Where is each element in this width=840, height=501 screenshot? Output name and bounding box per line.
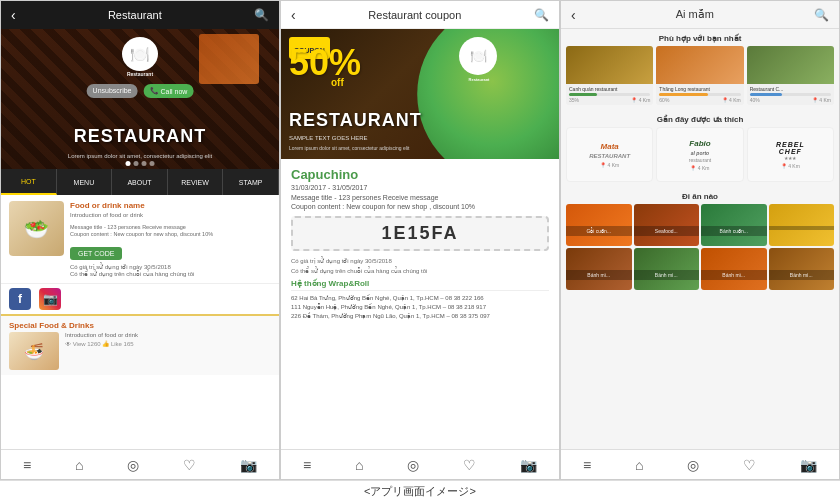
unsubscribe-button[interactable]: Unsubscribe — [87, 84, 138, 98]
screen1-tabs: HOT MENU ABOUT REVIEW STAMP — [1, 169, 279, 195]
home-nav-icon[interactable]: ⌂ — [75, 457, 83, 473]
food-item-3-label: Bánh cuốn... — [701, 226, 767, 236]
rebel-logo: REBELCHEF — [776, 141, 805, 155]
special-item-stats: 👁 View 1260 👍 Like 165 — [65, 340, 271, 347]
fabio-restaurant[interactable]: Fabioal porto restaurant 📍 4 Km — [656, 127, 743, 182]
mata-logo: MataRESTAURANT — [589, 142, 630, 160]
nearby-title: Gần đây được ưa thích — [561, 110, 839, 127]
coupon-dates: 31/03/2017 - 31/05/2017 — [291, 184, 549, 191]
call-now-button[interactable]: 📞 Call now — [144, 84, 194, 98]
hamburger-nav-icon-s3[interactable]: ≡ — [583, 457, 591, 473]
screen-3: ‹ Ai mắm 🔍 Phù hợp với bạn nhất Canh quá… — [560, 0, 840, 480]
coupon-msg-title: Message title - 123 persones Receive mes… — [291, 194, 549, 201]
camera-nav-icon[interactable]: 📷 — [240, 457, 257, 473]
screen3-navbar: ≡ ⌂ ◎ ♡ 📷 — [561, 449, 839, 479]
heart-nav-icon-s3[interactable]: ♡ — [743, 457, 756, 473]
food-item-8[interactable]: Bánh mì... — [769, 248, 835, 290]
location-nav-icon-s2[interactable]: ◎ — [407, 457, 419, 473]
special-item-desc: Introduction of food or drink — [65, 332, 271, 338]
screen1-restaurant-name: RESTAURANT — [74, 126, 207, 147]
coupon-code-box: 1E15FA — [291, 216, 549, 251]
food-item-7[interactable]: Bánh mì... — [701, 248, 767, 290]
location-nav-icon-s3[interactable]: ◎ — [687, 457, 699, 473]
tab-menu[interactable]: MENU — [57, 169, 113, 195]
restaurant-card-2-name: Thăng Long restaurant — [659, 86, 740, 92]
food-card-message: Message title - 123 persones Receive mes… — [70, 224, 271, 238]
location-nav-icon[interactable]: ◎ — [127, 457, 139, 473]
screen2-header: ‹ Restaurant coupon 🔍 — [281, 1, 559, 29]
tab-hot[interactable]: HOT — [1, 169, 57, 195]
food-card: 🥗 Food or drink name Introduction of foo… — [1, 195, 279, 284]
special-section: Special Food & Drinks 🍜 Introduction of … — [1, 314, 279, 375]
food-item-4[interactable] — [769, 204, 835, 246]
best-match-grid: Canh quán restaurant 35%📍 4 Km Thăng Lon… — [561, 46, 839, 110]
off-label: off — [331, 77, 344, 88]
social-links: f 📷 — [1, 284, 279, 314]
food-item-1[interactable]: Gỏi cuốn... — [566, 204, 632, 246]
restaurant-card-2-image — [656, 46, 743, 84]
coupon-validity: Có giá trị sử dụng tới ngày 30/5/2018Có … — [70, 263, 271, 277]
heart-nav-icon-s2[interactable]: ♡ — [463, 457, 476, 473]
special-item-info: Introduction of food or drink 👁 View 126… — [65, 332, 271, 347]
camera-nav-icon-s2[interactable]: 📷 — [520, 457, 537, 473]
screen1-action-buttons: Unsubscribe 📞 Call now — [87, 84, 194, 98]
hamburger-nav-icon-s2[interactable]: ≡ — [303, 457, 311, 473]
restaurant-card-3-name: Restaurant C... — [750, 86, 831, 92]
screen1-hero: 🍽️ Restaurant Unsubscribe 📞 Call now RES… — [1, 29, 279, 169]
best-match-title: Phù hợp với bạn nhất — [561, 29, 839, 46]
screen3-body: Phù hợp với bạn nhất Canh quán restauran… — [561, 29, 839, 451]
screen1-hero-subtitle: Lorem ipsum dolor sit amet, consectetur … — [1, 153, 279, 159]
search-icon-s3[interactable]: 🔍 — [814, 8, 829, 22]
restaurant-card-2[interactable]: Thăng Long restaurant 60%📍 4 Km — [656, 46, 743, 105]
coupon-usability: Có thể sử dụng trên chuỗi của hàng của c… — [291, 267, 549, 274]
food-item-6[interactable]: Bánh mì... — [634, 248, 700, 290]
food-item-7-label: Bánh mì... — [701, 270, 767, 280]
special-section-title: Special Food & Drinks — [9, 321, 271, 330]
tab-stamp[interactable]: STAMP — [223, 169, 279, 195]
search-icon-s2[interactable]: 🔍 — [534, 8, 549, 22]
search-icon[interactable]: 🔍 — [254, 8, 269, 22]
food-item-4-label — [769, 226, 835, 230]
camera-nav-icon-s3[interactable]: 📷 — [800, 457, 817, 473]
food-item-3[interactable]: Bánh cuốn... — [701, 204, 767, 246]
instagram-button[interactable]: 📷 — [39, 288, 61, 310]
fabio-logo: Fabioal porto — [689, 139, 710, 157]
hero-pagination-dots — [126, 161, 155, 166]
restaurant-card-3-image — [747, 46, 834, 84]
restaurant-card-1[interactable]: Canh quán restaurant 35%📍 4 Km — [566, 46, 653, 105]
restaurant-card-3[interactable]: Restaurant C... 40%📍 4 Km — [747, 46, 834, 105]
get-code-button[interactable]: GET CODE — [70, 247, 122, 260]
food-card-title: Food or drink name — [70, 201, 271, 210]
screen-2: ‹ Restaurant coupon 🔍 COUPON 50% off 🍽️ … — [280, 0, 560, 480]
coupon-validity-s2: Có giá trị sử dụng tới ngày 30/5/2018 — [291, 257, 549, 264]
restaurant-card-1-name: Canh quán restaurant — [569, 86, 650, 92]
address-2: 111 Nguyễn Huệ, Phường Bến Nghé, Quận 1,… — [291, 303, 549, 312]
food-card-image: 🥗 — [9, 201, 64, 256]
tab-about[interactable]: ABOUT — [112, 169, 168, 195]
food-card-desc: Introduction of food or drink — [70, 212, 271, 220]
food-item-5[interactable]: Bánh mì... — [566, 248, 632, 290]
system-title: Hệ thống Wrap&Roll — [291, 279, 549, 291]
home-nav-icon-s3[interactable]: ⌂ — [635, 457, 643, 473]
screen2-sample-text: SAMPLE TEXT GOES HERE — [289, 135, 367, 141]
screen2-body: Capuchino 31/03/2017 - 31/05/2017 Messag… — [281, 159, 559, 451]
heart-nav-icon[interactable]: ♡ — [183, 457, 196, 473]
facebook-button[interactable]: f — [9, 288, 31, 310]
nearby-grid: MataRESTAURANT 📍 4 Km Fabioal porto rest… — [561, 127, 839, 187]
hamburger-nav-icon[interactable]: ≡ — [23, 457, 31, 473]
screen3-header: ‹ Ai mắm 🔍 — [561, 1, 839, 29]
restaurant-card-1-info: Canh quán restaurant 35%📍 4 Km — [566, 84, 653, 105]
rebel-chef[interactable]: REBELCHEF ★★★ 📍 4 Km — [747, 127, 834, 182]
screen1-title: Restaurant — [16, 9, 254, 21]
home-nav-icon-s2[interactable]: ⌂ — [355, 457, 363, 473]
screen2-hero: COUPON 50% off 🍽️ Restaurant RESTAURANT … — [281, 29, 559, 159]
food-grid: Gỏi cuốn... Seafood... Bánh cuốn... Bánh… — [561, 204, 839, 295]
restaurant-card-1-image — [566, 46, 653, 84]
discount-percent: 50% — [289, 45, 361, 81]
eat-section-title: Đi ăn nào — [561, 187, 839, 204]
screen1-logo: 🍽️ Restaurant — [115, 37, 165, 77]
tab-review[interactable]: REVIEW — [168, 169, 224, 195]
food-item-2[interactable]: Seafood... — [634, 204, 700, 246]
mata-restaurant[interactable]: MataRESTAURANT 📍 4 Km — [566, 127, 653, 182]
restaurant-card-2-info: Thăng Long restaurant 60%📍 4 Km — [656, 84, 743, 105]
